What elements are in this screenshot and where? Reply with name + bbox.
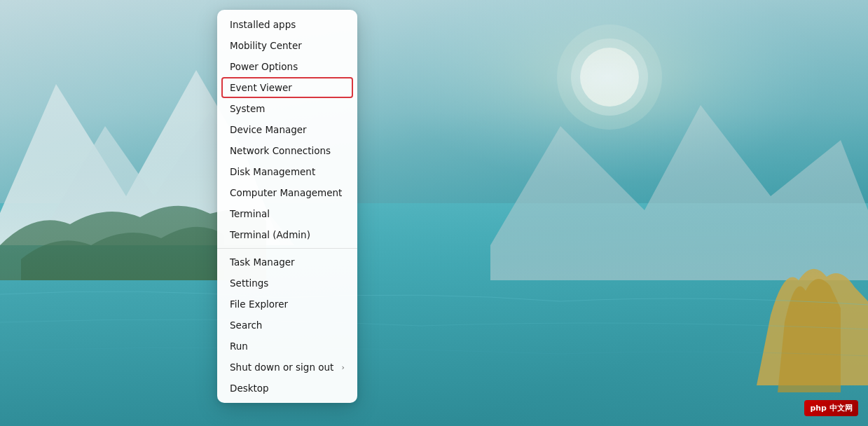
menu-item-computer-management[interactable]: Computer Management [217,182,357,203]
menu-item-installed-apps[interactable]: Installed apps [217,14,357,35]
menu-item-settings[interactable]: Settings [217,273,357,294]
submenu-arrow-icon: › [342,363,345,372]
php-watermark: php 中文网 [804,400,858,416]
menu-item-desktop[interactable]: Desktop [217,378,357,399]
context-menu-overlay: Installed appsMobility CenterPower Optio… [0,0,868,426]
menu-item-label-system: System [230,103,265,114]
menu-item-shut-down[interactable]: Shut down or sign out› [217,357,357,378]
context-menu: Installed appsMobility CenterPower Optio… [217,10,357,403]
menu-item-label-power-options: Power Options [230,61,298,72]
menu-item-label-task-manager: Task Manager [230,256,295,268]
menu-item-label-device-manager: Device Manager [230,124,307,135]
menu-item-disk-management[interactable]: Disk Management [217,161,357,182]
menu-item-label-network-connections: Network Connections [230,145,331,156]
menu-item-label-disk-management: Disk Management [230,166,315,177]
menu-item-terminal-admin[interactable]: Terminal (Admin) [217,224,357,245]
menu-item-task-manager[interactable]: Task Manager [217,252,357,273]
menu-item-label-settings: Settings [230,277,268,289]
menu-item-network-connections[interactable]: Network Connections [217,140,357,161]
menu-item-label-terminal: Terminal [230,208,270,219]
menu-item-power-options[interactable]: Power Options [217,56,357,77]
menu-separator [217,248,357,249]
menu-item-file-explorer[interactable]: File Explorer [217,294,357,315]
menu-item-label-terminal-admin: Terminal (Admin) [230,229,310,240]
menu-item-device-manager[interactable]: Device Manager [217,119,357,140]
menu-item-label-event-viewer: Event Viewer [230,82,292,93]
menu-item-label-run: Run [230,341,248,352]
menu-item-label-desktop: Desktop [230,383,269,394]
menu-item-label-shut-down: Shut down or sign out [230,362,333,373]
menu-item-system[interactable]: System [217,98,357,119]
menu-item-search[interactable]: Search [217,315,357,336]
menu-item-label-installed-apps: Installed apps [230,19,296,30]
menu-item-terminal[interactable]: Terminal [217,203,357,224]
php-cn-text: 中文网 [829,403,853,413]
menu-item-event-viewer[interactable]: Event Viewer [221,77,353,98]
menu-item-label-mobility-center: Mobility Center [230,40,302,51]
menu-item-mobility-center[interactable]: Mobility Center [217,35,357,56]
menu-item-label-computer-management: Computer Management [230,187,342,198]
php-text: php [810,404,827,413]
menu-item-label-file-explorer: File Explorer [230,298,288,310]
menu-item-run[interactable]: Run [217,336,357,357]
menu-item-label-search: Search [230,320,262,331]
